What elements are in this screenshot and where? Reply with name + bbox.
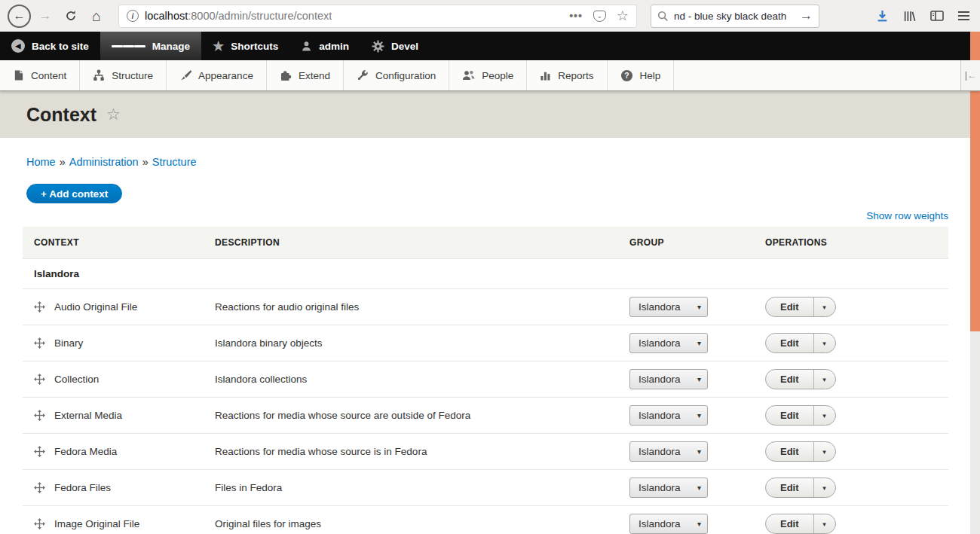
sidebar-icon[interactable] (930, 10, 944, 22)
devel-label: Devel (391, 41, 418, 52)
edit-button[interactable]: Edit (766, 298, 813, 316)
table-row: Image Original File Original files for i… (23, 506, 948, 534)
chevron-down-icon: ▾ (697, 447, 701, 456)
edit-button[interactable]: Edit (766, 370, 813, 389)
chevron-down-icon: ▾ (697, 484, 701, 492)
url-bar[interactable]: i localhost:8000/admin/structure/context… (118, 5, 637, 28)
group-select[interactable]: Islandora▾ (629, 369, 708, 389)
drag-handle-icon[interactable] (34, 518, 45, 529)
back-to-site-button[interactable]: ◀ Back to site (0, 32, 100, 60)
menu-item-configuration[interactable]: Configuration (344, 60, 449, 90)
svg-text:?: ? (624, 72, 629, 80)
sitemap-icon (93, 69, 105, 81)
search-submit-icon[interactable]: → (800, 8, 813, 23)
manage-menu-icon (112, 43, 145, 49)
add-context-button[interactable]: + Add context (26, 184, 122, 203)
group-select[interactable]: Islandora▾ (629, 478, 708, 498)
browser-search-bar[interactable]: nd - blue sky black death → (651, 5, 819, 28)
user-tab[interactable]: admin (289, 32, 360, 60)
show-row-weights-link[interactable]: Show row weights (866, 210, 948, 221)
group-select-value: Islandora (639, 482, 681, 493)
edit-button[interactable]: Edit (766, 478, 813, 497)
devel-tab[interactable]: Devel (360, 32, 430, 60)
browser-menu-icon[interactable] (958, 10, 969, 23)
toolbar-collapse-button[interactable]: |← (960, 60, 980, 90)
drag-handle-icon[interactable] (34, 446, 45, 457)
group-select-value: Islandora (639, 337, 681, 349)
operations-dropdown-toggle[interactable]: ▾ (813, 334, 835, 352)
page-actions-icon[interactable]: ••• (569, 10, 583, 22)
operations-dropdown-toggle[interactable]: ▾ (813, 478, 835, 497)
group-heading-row: Islandora (23, 259, 948, 289)
menu-item-content[interactable]: Content (0, 60, 80, 90)
page-title: Context (26, 104, 96, 126)
menu-label: Structure (112, 70, 153, 81)
browser-toolbar: ← → ⌂ i localhost:8000/admin/structure/c… (0, 0, 980, 32)
breadcrumb-home[interactable]: Home (26, 156, 56, 168)
back-to-site-label: Back to site (32, 41, 89, 52)
drag-handle-icon[interactable] (34, 374, 45, 385)
shortcuts-tab[interactable]: ★ Shortcuts (201, 32, 289, 60)
paintbrush-icon (179, 69, 191, 81)
group-select[interactable]: Islandora▾ (629, 514, 708, 534)
site-info-icon[interactable]: i (127, 10, 139, 22)
operations-dropdown-toggle[interactable]: ▾ (813, 406, 835, 425)
operations-dropdown-toggle[interactable]: ▾ (813, 298, 835, 316)
browser-home-button[interactable]: ⌂ (85, 5, 108, 27)
browser-forward-button[interactable]: → (34, 5, 57, 27)
browser-refresh-button[interactable] (60, 5, 82, 27)
menu-item-reports[interactable]: Reports (527, 60, 607, 90)
operations-dropdown-toggle[interactable]: ▾ (813, 370, 835, 389)
edit-button[interactable]: Edit (766, 442, 813, 461)
search-input-value[interactable]: nd - blue sky black death (674, 11, 795, 22)
col-header-context: CONTEXT (23, 227, 204, 259)
page-scrollbar[interactable] (970, 32, 980, 534)
edit-button[interactable]: Edit (766, 334, 813, 352)
drag-handle-icon[interactable] (34, 410, 45, 421)
col-header-group: GROUP (618, 227, 754, 259)
downloads-icon[interactable] (876, 10, 889, 23)
drag-handle-icon[interactable] (34, 337, 45, 349)
operations-dropdown-toggle[interactable]: ▾ (813, 514, 835, 533)
menu-item-appearance[interactable]: Appearance (167, 60, 267, 90)
drag-handle-icon[interactable] (34, 301, 45, 313)
context-name: External Media (54, 410, 122, 421)
bookmark-star-icon[interactable]: ☆ (617, 8, 629, 24)
menu-item-structure[interactable]: Structure (80, 60, 167, 90)
menu-item-people[interactable]: People (449, 60, 527, 90)
operations-dropdown-toggle[interactable]: ▾ (813, 442, 835, 461)
context-name: Collection (54, 374, 99, 385)
chevron-down-icon: ▾ (697, 411, 701, 420)
menu-item-extend[interactable]: Extend (267, 60, 344, 90)
chevron-down-icon: ▾ (697, 375, 701, 383)
edit-button[interactable]: Edit (766, 406, 813, 425)
context-description: Files in Fedora (204, 470, 618, 506)
page-header: Context ☆ (0, 91, 980, 138)
table-row: Collection Islandora collections Islando… (23, 362, 948, 398)
group-select[interactable]: Islandora▾ (629, 441, 708, 462)
browser-back-button[interactable]: ← (8, 5, 31, 28)
breadcrumb-structure[interactable]: Structure (152, 156, 197, 168)
user-icon (301, 41, 312, 52)
menu-label: People (482, 70, 513, 81)
people-icon (462, 69, 475, 81)
breadcrumb-administration[interactable]: Administration (69, 156, 139, 168)
edit-button[interactable]: Edit (766, 514, 813, 533)
operations-split-button: Edit▾ (765, 514, 836, 534)
group-select-value: Islandora (639, 446, 681, 457)
group-select[interactable]: Islandora▾ (629, 333, 708, 353)
url-host: localhost (145, 10, 188, 22)
url-text[interactable]: localhost:8000/admin/structure/context (145, 10, 332, 22)
group-select[interactable]: Islandora▾ (629, 297, 708, 317)
group-select[interactable]: Islandora▾ (629, 405, 708, 426)
menu-label: Appearance (198, 70, 253, 81)
manage-tab[interactable]: Manage (100, 32, 201, 60)
favorite-star-icon[interactable]: ☆ (106, 105, 121, 124)
chevron-down-icon: ▾ (697, 520, 701, 528)
operations-split-button: Edit▾ (765, 478, 836, 498)
context-description: Reactions for media whose source is in F… (204, 434, 618, 470)
menu-item-help[interactable]: ? Help (608, 60, 675, 90)
drag-handle-icon[interactable] (34, 482, 45, 493)
library-icon[interactable] (903, 10, 916, 23)
pocket-icon[interactable]: ⌄ (593, 11, 606, 22)
